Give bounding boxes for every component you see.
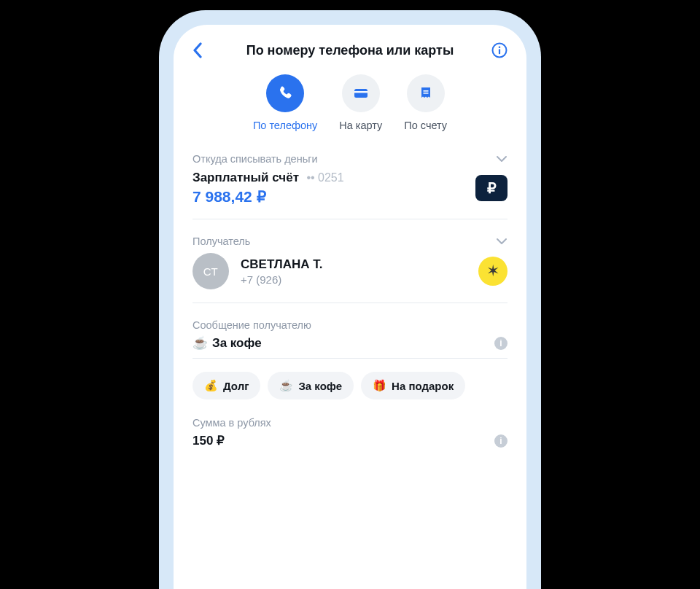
chevron-left-icon — [192, 42, 203, 58]
amount-input[interactable]: 150 ₽ i — [192, 433, 508, 448]
svg-rect-3 — [354, 89, 368, 98]
coffee-icon: ☕ — [279, 379, 293, 392]
message-section-header: Сообщение получателю — [192, 319, 508, 331]
source-account-row[interactable]: Зарплатный счёт •• 0251 7 988,42 ₽ ₽ — [192, 171, 508, 219]
source-account-selector[interactable]: Откуда списывать деньги — [192, 153, 508, 165]
avatar-initials: СТ — [203, 265, 219, 278]
chevron-down-icon — [496, 155, 508, 163]
svg-rect-2 — [499, 49, 500, 54]
recipient-info: СВЕТЛАНА Т. +7 (926) — [241, 257, 467, 286]
page-title: По номеру телефона или карты — [210, 43, 490, 58]
amount-value: 150 ₽ — [192, 433, 225, 448]
chip-debt[interactable]: 💰 Долг — [192, 372, 260, 399]
back-button[interactable] — [192, 42, 210, 58]
method-label: На карту — [339, 120, 382, 131]
chip-gift[interactable]: 🎁 На подарок — [361, 372, 465, 399]
recipient-name: СВЕТЛАНА Т. — [241, 257, 467, 272]
avatar: СТ — [192, 253, 229, 289]
chip-label: На подарок — [392, 380, 454, 392]
message-info-icon[interactable]: i — [494, 337, 508, 350]
phone-icon — [266, 74, 304, 112]
info-icon — [491, 42, 508, 58]
card-icon — [342, 74, 380, 112]
svg-point-1 — [499, 47, 501, 49]
svg-rect-5 — [423, 90, 428, 92]
currency-badge: ₽ — [475, 175, 508, 201]
gift-icon: 🎁 — [373, 379, 386, 392]
source-account-info: Зарплатный счёт •• 0251 7 988,42 ₽ — [192, 171, 344, 206]
method-by-phone[interactable]: По телефону — [253, 74, 317, 131]
phone-frame: По номеру телефона или карты — [159, 10, 541, 589]
bank-badge-icon: ✶ — [478, 257, 508, 286]
message-input[interactable]: ☕ За кофе i — [192, 335, 508, 359]
amount-section-header: Сумма в рублях — [192, 417, 508, 429]
message-suggestion-chips: 💰 Долг ☕ За кофе 🎁 На подарок — [192, 372, 508, 399]
message-text: ☕ За кофе — [192, 335, 262, 351]
method-label: По телефону — [253, 120, 317, 131]
chevron-down-icon — [496, 238, 508, 245]
message-section-label: Сообщение получателю — [192, 319, 311, 331]
amount-info-icon[interactable]: i — [494, 434, 508, 448]
svg-rect-6 — [423, 93, 428, 94]
recipient-row[interactable]: СТ СВЕТЛАНА Т. +7 (926) ✶ — [192, 253, 508, 303]
method-by-card[interactable]: На карту — [339, 74, 382, 131]
source-section-label: Откуда списывать деньги — [192, 153, 318, 165]
moneybag-icon: 💰 — [204, 379, 218, 392]
amount-section-label: Сумма в рублях — [192, 417, 271, 429]
transfer-method-tabs: По телефону На карту — [192, 74, 508, 131]
info-button[interactable] — [490, 42, 508, 58]
recipient-phone: +7 (926) — [241, 273, 467, 286]
message-value: За кофе — [212, 336, 262, 351]
ruble-icon: ₽ — [487, 179, 497, 197]
account-mask: •• 0251 — [306, 171, 343, 184]
chip-coffee[interactable]: ☕ За кофе — [268, 372, 354, 399]
coffee-icon: ☕ — [192, 335, 208, 351]
chip-label: За кофе — [298, 380, 342, 392]
screen: По номеру телефона или карты — [174, 25, 526, 589]
account-balance: 7 988,42 ₽ — [192, 188, 344, 206]
chip-label: Долг — [223, 380, 249, 392]
account-name: Зарплатный счёт — [192, 171, 299, 184]
method-by-account[interactable]: По счету — [404, 74, 447, 131]
header: По номеру телефона или карты — [192, 42, 508, 58]
svg-rect-4 — [354, 91, 368, 93]
receipt-icon — [407, 74, 445, 112]
recipient-section-label: Получатель — [192, 235, 250, 247]
recipient-selector[interactable]: Получатель — [192, 235, 508, 247]
method-label: По счету — [404, 120, 447, 131]
